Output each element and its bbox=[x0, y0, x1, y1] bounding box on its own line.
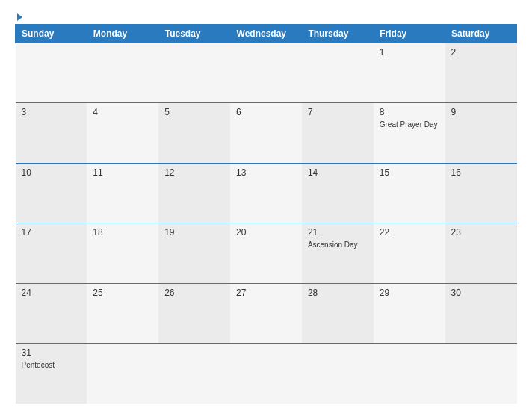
day-number: 21 bbox=[308, 227, 368, 238]
event-label: Ascension Day bbox=[308, 240, 368, 250]
logo bbox=[15, 13, 22, 21]
day-number: 1 bbox=[380, 47, 439, 58]
calendar-cell: 28 bbox=[302, 283, 374, 343]
day-number: 17 bbox=[22, 227, 81, 238]
calendar-cell: 9 bbox=[445, 103, 517, 163]
weekday-header-sunday: Sunday bbox=[16, 25, 87, 43]
day-number: 3 bbox=[22, 107, 81, 117]
calendar-cell: 17 bbox=[16, 223, 87, 283]
calendar-cell: 31Pentecost bbox=[16, 344, 87, 404]
calendar-cell: 4 bbox=[87, 103, 158, 163]
day-number: 26 bbox=[164, 288, 224, 298]
weekday-header-saturday: Saturday bbox=[445, 25, 517, 43]
event-label: Pentecost bbox=[22, 360, 81, 370]
day-number: 6 bbox=[236, 107, 296, 117]
day-number: 19 bbox=[164, 227, 224, 238]
calendar-week-row: 31Pentecost bbox=[16, 344, 517, 404]
day-number: 13 bbox=[236, 167, 296, 178]
calendar-cell: 19 bbox=[158, 223, 230, 283]
calendar-cell bbox=[16, 43, 87, 103]
day-number: 2 bbox=[451, 47, 511, 58]
calendar-cell: 15 bbox=[374, 163, 445, 223]
day-number: 14 bbox=[308, 167, 368, 178]
calendar-cell: 23 bbox=[445, 223, 517, 283]
calendar-week-row: 10111213141516 bbox=[16, 163, 517, 223]
calendar-cell: 30 bbox=[445, 283, 517, 343]
calendar-week-row: 24252627282930 bbox=[16, 283, 517, 343]
day-number: 5 bbox=[164, 107, 224, 117]
calendar-cell: 22 bbox=[374, 223, 445, 283]
calendar-cell: 29 bbox=[374, 283, 445, 343]
calendar-cell: 11 bbox=[87, 163, 158, 223]
calendar-cell: 10 bbox=[16, 163, 87, 223]
day-number: 18 bbox=[93, 227, 152, 238]
calendar-cell: 1 bbox=[374, 43, 445, 103]
weekday-header-wednesday: Wednesday bbox=[230, 25, 302, 43]
calendar-cell: 13 bbox=[230, 163, 302, 223]
weekday-header-thursday: Thursday bbox=[302, 25, 374, 43]
calendar-cell: 24 bbox=[16, 283, 87, 343]
day-number: 9 bbox=[451, 107, 511, 117]
calendar-cell: 18 bbox=[87, 223, 158, 283]
calendar-cell bbox=[158, 344, 230, 404]
calendar-cell: 5 bbox=[158, 103, 230, 163]
calendar-cell bbox=[302, 344, 374, 404]
calendar-cell: 27 bbox=[230, 283, 302, 343]
day-number: 12 bbox=[164, 167, 224, 178]
calendar-cell: 21Ascension Day bbox=[302, 223, 374, 283]
calendar-cell: 20 bbox=[230, 223, 302, 283]
day-number: 30 bbox=[451, 288, 511, 298]
calendar-header: SundayMondayTuesdayWednesdayThursdayFrid… bbox=[16, 25, 517, 43]
day-number: 22 bbox=[380, 227, 439, 238]
day-number: 11 bbox=[93, 167, 152, 178]
day-number: 10 bbox=[22, 167, 81, 178]
calendar-cell: 6 bbox=[230, 103, 302, 163]
day-number: 4 bbox=[93, 107, 152, 117]
day-number: 20 bbox=[236, 227, 296, 238]
day-number: 8 bbox=[380, 107, 439, 117]
top-bar bbox=[15, 13, 517, 21]
weekday-header-row: SundayMondayTuesdayWednesdayThursdayFrid… bbox=[16, 25, 517, 43]
day-number: 24 bbox=[22, 288, 81, 298]
calendar-week-row: 1718192021Ascension Day2223 bbox=[16, 223, 517, 283]
calendar-cell bbox=[445, 344, 517, 404]
calendar-cell: 26 bbox=[158, 283, 230, 343]
calendar-cell: 7 bbox=[302, 103, 374, 163]
calendar-body: 12345678Great Prayer Day9101112131415161… bbox=[16, 43, 517, 404]
weekday-header-friday: Friday bbox=[374, 25, 445, 43]
logo-blue-text bbox=[15, 13, 22, 21]
calendar-cell: 3 bbox=[16, 103, 87, 163]
day-number: 25 bbox=[93, 288, 152, 298]
calendar-cell: 14 bbox=[302, 163, 374, 223]
day-number: 23 bbox=[451, 227, 511, 238]
calendar-cell bbox=[87, 43, 158, 103]
day-number: 7 bbox=[308, 107, 368, 117]
calendar-cell: 12 bbox=[158, 163, 230, 223]
calendar-cell: 8Great Prayer Day bbox=[374, 103, 445, 163]
day-number: 29 bbox=[380, 288, 439, 298]
weekday-header-tuesday: Tuesday bbox=[158, 25, 230, 43]
calendar-cell bbox=[158, 43, 230, 103]
logo-triangle-icon bbox=[17, 13, 22, 21]
calendar-cell bbox=[230, 344, 302, 404]
day-number: 16 bbox=[451, 167, 511, 178]
calendar-week-row: 345678Great Prayer Day9 bbox=[16, 103, 517, 163]
calendar-cell bbox=[87, 344, 158, 404]
calendar-cell: 25 bbox=[87, 283, 158, 343]
calendar-cell: 2 bbox=[445, 43, 517, 103]
calendar-week-row: 12 bbox=[16, 43, 517, 103]
weekday-header-monday: Monday bbox=[87, 25, 158, 43]
day-number: 28 bbox=[308, 288, 368, 298]
calendar-table: SundayMondayTuesdayWednesdayThursdayFrid… bbox=[15, 24, 517, 404]
calendar-cell bbox=[374, 344, 445, 404]
calendar-cell: 16 bbox=[445, 163, 517, 223]
day-number: 27 bbox=[236, 288, 296, 298]
day-number: 15 bbox=[380, 167, 439, 178]
calendar-cell bbox=[230, 43, 302, 103]
day-number: 31 bbox=[22, 347, 81, 358]
calendar-cell bbox=[302, 43, 374, 103]
event-label: Great Prayer Day bbox=[380, 120, 439, 129]
